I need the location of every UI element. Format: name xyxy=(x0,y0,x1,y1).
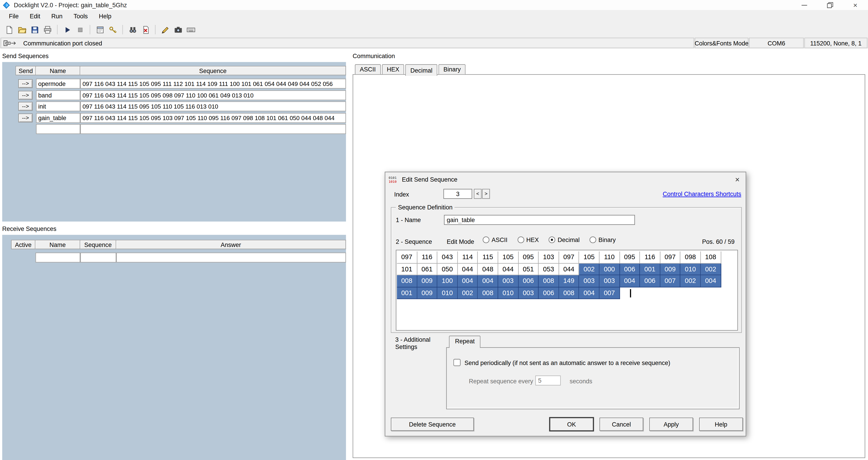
sequence-byte-cell[interactable]: 043 xyxy=(437,252,458,263)
sequence-byte-cell[interactable]: 048 xyxy=(478,263,498,275)
sequence-byte-cell[interactable]: 003 xyxy=(519,287,539,299)
tab-ascii[interactable]: ASCII xyxy=(355,64,381,74)
stop-filter-button[interactable] xyxy=(139,24,152,36)
edit-mode-binary[interactable]: Binary xyxy=(590,236,616,243)
sequence-byte-cell[interactable]: 002 xyxy=(579,263,599,275)
sequence-byte-cell[interactable]: 004 xyxy=(701,275,721,287)
sequence-byte-cell[interactable]: 101 xyxy=(397,263,417,275)
edit-mode-hex[interactable]: HEX xyxy=(518,236,539,243)
menu-help[interactable]: Help xyxy=(93,11,117,21)
sequence-byte-cell[interactable]: 010 xyxy=(498,287,519,299)
apply-button[interactable]: Apply xyxy=(649,418,693,431)
sequence-byte-cell[interactable]: 095 xyxy=(519,252,539,263)
sequence-byte-cell[interactable]: 002 xyxy=(701,263,721,275)
close-button[interactable]: × xyxy=(842,0,868,10)
empty-sequence-cell[interactable] xyxy=(80,124,346,134)
sequence-byte-cell[interactable]: 095 xyxy=(620,252,640,263)
sequence-byte-cell[interactable]: 044 xyxy=(559,263,579,275)
ok-button[interactable]: OK xyxy=(550,418,593,431)
keys-button[interactable] xyxy=(106,24,119,36)
sequence-byte-cell[interactable]: 007 xyxy=(660,275,681,287)
print-button[interactable] xyxy=(41,24,54,36)
cancel-button[interactable]: Cancel xyxy=(599,418,643,431)
sequence-byte-cell[interactable]: 051 xyxy=(519,263,539,275)
index-input[interactable] xyxy=(443,189,472,199)
column-header-send[interactable]: Send xyxy=(16,66,36,75)
empty-sequence-cell[interactable] xyxy=(80,253,116,263)
sequence-byte-cell[interactable]: 006 xyxy=(640,275,660,287)
edit-button[interactable] xyxy=(159,24,172,36)
project-settings-button[interactable] xyxy=(94,24,106,36)
sequence-byte-cell[interactable]: 100 xyxy=(437,275,458,287)
sequence-byte-cell[interactable]: 004 xyxy=(579,287,599,299)
menu-file[interactable]: File xyxy=(3,11,24,21)
sequence-byte-cell[interactable]: 114 xyxy=(458,252,478,263)
sequence-byte-cell[interactable]: 009 xyxy=(660,263,681,275)
sequence-byte-cell[interactable]: 004 xyxy=(620,275,640,287)
sequence-byte-cell[interactable]: 149 xyxy=(559,275,579,287)
delete-sequence-button[interactable]: Delete Sequence xyxy=(391,418,474,431)
minimize-button[interactable] xyxy=(792,0,817,10)
sequence-byte-cell[interactable]: 008 xyxy=(478,287,498,299)
index-prev-button[interactable]: < xyxy=(474,189,482,199)
sequence-byte-cell[interactable]: 006 xyxy=(539,287,559,299)
sequence-byte-cell[interactable]: 097 xyxy=(397,252,417,263)
sequence-byte-cell[interactable]: 010 xyxy=(437,287,458,299)
sequence-data-cell[interactable]: 097 116 043 114 115 095 105 110 105 116 … xyxy=(80,102,346,112)
menu-tools[interactable]: Tools xyxy=(68,11,93,21)
help-button[interactable]: Help xyxy=(699,418,743,431)
column-header-answer[interactable]: Answer xyxy=(116,240,346,249)
sequence-data-cell[interactable]: 097 116 043 114 115 105 095 111 112 101 … xyxy=(80,79,346,89)
sequence-name-cell[interactable]: init xyxy=(36,102,80,112)
sequence-byte-cell[interactable]: 009 xyxy=(417,287,438,299)
empty-name-cell[interactable] xyxy=(35,253,80,263)
send-arrow-button[interactable]: --> xyxy=(18,79,33,88)
dialog-title-bar[interactable]: 01011010 Edit Send Sequence × xyxy=(385,172,745,186)
send-periodically-checkbox[interactable] xyxy=(454,359,461,366)
sequence-byte-cell[interactable]: 105 xyxy=(498,252,519,263)
sequence-byte-cell[interactable]: 115 xyxy=(478,252,498,263)
control-characters-shortcuts-link[interactable]: Control Characters Shortcuts xyxy=(663,191,741,197)
sequence-byte-cell[interactable]: 105 xyxy=(579,252,599,263)
send-arrow-button[interactable]: --> xyxy=(18,113,33,122)
keyboard-console-button[interactable] xyxy=(184,24,197,36)
index-next-button[interactable]: > xyxy=(482,189,490,199)
sequence-byte-cell[interactable]: 044 xyxy=(498,263,519,275)
snapshot-button[interactable] xyxy=(172,24,184,36)
restore-button[interactable] xyxy=(817,0,843,10)
sequence-byte-cell[interactable]: 053 xyxy=(539,263,559,275)
sequence-name-cell[interactable]: gain_table xyxy=(36,113,80,123)
sequence-byte-cell[interactable]: 061 xyxy=(417,263,438,275)
sequence-byte-cell[interactable]: 010 xyxy=(681,263,701,275)
sequence-byte-cell[interactable]: 006 xyxy=(519,275,539,287)
send-arrow-button[interactable]: --> xyxy=(18,102,33,111)
sequence-byte-cell[interactable]: 103 xyxy=(539,252,559,263)
sequence-byte-cell[interactable]: 001 xyxy=(397,287,417,299)
stop-communication-button[interactable] xyxy=(74,24,86,36)
sequence-byte-cell[interactable]: 009 xyxy=(417,275,438,287)
sequence-byte-cell[interactable]: 116 xyxy=(417,252,438,263)
sequence-data-cell[interactable]: 097 116 043 114 115 105 095 098 097 110 … xyxy=(80,90,346,100)
sequence-byte-cell[interactable]: 007 xyxy=(599,287,620,299)
edit-mode-ascii[interactable]: ASCII xyxy=(483,236,508,243)
sequence-byte-cell[interactable]: 110 xyxy=(599,252,620,263)
sequence-byte-cell[interactable]: 044 xyxy=(458,263,478,275)
column-header-sequence[interactable]: Sequence xyxy=(80,66,346,75)
dialog-close-button[interactable]: × xyxy=(729,172,745,186)
sequence-byte-cell[interactable]: 003 xyxy=(498,275,519,287)
sequence-byte-cell[interactable]: 116 xyxy=(640,252,660,263)
column-header-active[interactable]: Active xyxy=(11,240,35,249)
sequence-byte-cell[interactable]: 008 xyxy=(559,287,579,299)
empty-answer-cell[interactable] xyxy=(116,253,346,263)
column-header-sequence[interactable]: Sequence xyxy=(80,240,116,249)
menu-edit[interactable]: Edit xyxy=(24,11,46,21)
column-header-name[interactable]: Name xyxy=(36,66,80,75)
sequence-grid[interactable]: 0971160431141151050951030971051100951160… xyxy=(396,250,738,330)
sequence-byte-cell[interactable]: 002 xyxy=(681,275,701,287)
sequence-byte-cell[interactable]: 002 xyxy=(458,287,478,299)
find-sequence-button[interactable] xyxy=(126,24,139,36)
send-arrow-button[interactable]: --> xyxy=(18,91,33,99)
sequence-byte-cell[interactable]: 008 xyxy=(397,275,417,287)
sequence-byte-cell[interactable]: 001 xyxy=(640,263,660,275)
sequence-byte-cell[interactable]: 000 xyxy=(599,263,620,275)
